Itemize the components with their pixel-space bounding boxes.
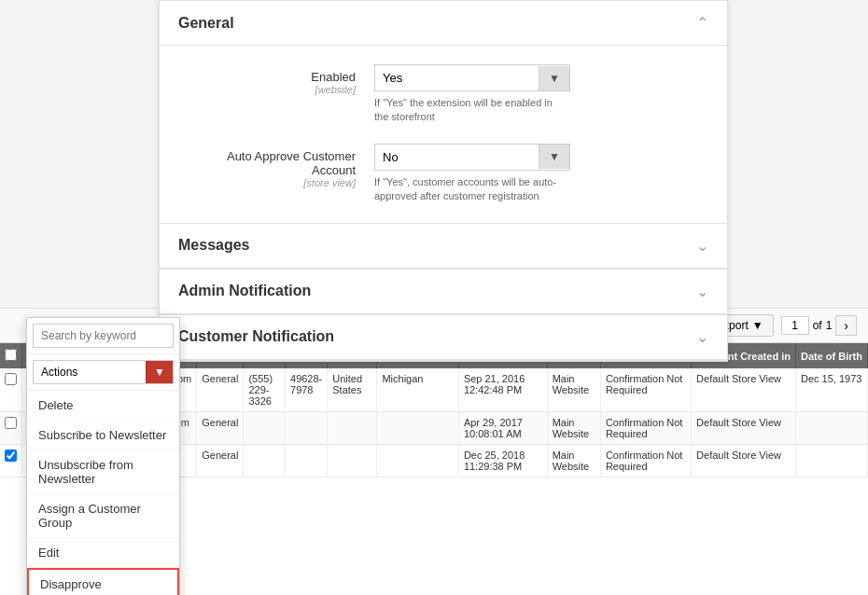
page-total: 1: [826, 319, 833, 332]
page-input[interactable]: 1: [781, 316, 809, 335]
cell-group: General: [197, 412, 244, 445]
page-of-label: of: [813, 319, 822, 332]
next-page-button[interactable]: ›: [835, 315, 857, 336]
cell-dob: Dec 15, 1973: [795, 368, 867, 412]
cell-state: Michigan: [377, 368, 458, 412]
cell-account-created: Default Store View: [692, 445, 796, 477]
menu-item[interactable]: Edit: [27, 538, 179, 568]
cell-website: Main Website: [547, 445, 600, 477]
enabled-hint: If "Yes" the extension will be enabled i…: [374, 96, 561, 125]
auto-approve-select[interactable]: No Yes: [375, 145, 539, 170]
cell-customer-since: Sep 21, 2016 12:42:48 PM: [458, 368, 547, 412]
enabled-label: Enabled [website]: [188, 64, 374, 95]
search-input[interactable]: [33, 324, 174, 348]
auto-approve-field-row: Auto Approve Customer Account [store vie…: [188, 144, 699, 204]
row-checkbox[interactable]: [5, 450, 17, 462]
cell-phone: [244, 445, 286, 477]
cell-zip: [286, 412, 328, 445]
enabled-select-arrow-icon[interactable]: ▼: [539, 66, 569, 90]
customer-notification-title: Customer Notification: [178, 328, 334, 345]
cell-website: Main Website: [547, 368, 600, 412]
cell-confirmed-email: Confirmation Not Required: [600, 445, 691, 477]
cell-checkbox[interactable]: [0, 368, 22, 412]
cell-account-created: Default Store View: [692, 368, 796, 412]
row-checkbox[interactable]: [5, 373, 17, 385]
customer-notification-section: Customer Notification ⌄: [160, 315, 727, 361]
admin-notification-title: Admin Notification: [178, 283, 311, 299]
actions-select[interactable]: Actions: [34, 361, 146, 383]
menu-item[interactable]: Assign a Customer Group: [27, 494, 179, 538]
cell-checkbox[interactable]: [0, 412, 22, 445]
cell-country: [328, 412, 377, 445]
menu-item[interactable]: Unsubscribe from Newsletter: [27, 450, 179, 494]
cell-country: [328, 445, 377, 477]
enabled-control: Yes No ▼ If "Yes" the extension will be …: [374, 64, 699, 125]
cell-country: United States: [328, 368, 377, 412]
cell-phone: [244, 412, 286, 445]
admin-notification-header[interactable]: Admin Notification ⌄: [160, 270, 727, 314]
enabled-select-wrap[interactable]: Yes No ▼: [374, 64, 570, 91]
cell-zip: [286, 445, 328, 477]
admin-notification-section: Admin Notification ⌄: [160, 270, 727, 315]
cell-zip: 49628-7978: [286, 368, 328, 412]
actions-arrow-icon[interactable]: ▼: [146, 361, 173, 383]
cell-customer-since: Dec 25, 2018 11:29:38 PM: [458, 445, 547, 477]
customer-notification-header[interactable]: Customer Notification ⌄: [160, 315, 727, 360]
cell-confirmed-email: Confirmation Not Required: [600, 412, 691, 445]
menu-item[interactable]: Disapprove: [27, 568, 179, 595]
cell-dob: [795, 412, 867, 445]
enabled-select[interactable]: Yes No: [375, 65, 539, 90]
auto-approve-select-arrow-icon[interactable]: ▼: [539, 145, 569, 169]
general-section-header[interactable]: General ⌃: [160, 1, 727, 46]
messages-section-header[interactable]: Messages ⌄: [160, 224, 727, 269]
actions-select-wrap[interactable]: Actions ▼: [33, 360, 174, 384]
general-title: General: [178, 15, 234, 32]
cell-phone: (555) 229-3326: [244, 368, 286, 412]
messages-chevron-icon: ⌄: [696, 237, 708, 255]
menu-item[interactable]: Subscribe to Newsletter: [27, 421, 179, 450]
cell-confirmed-email: Confirmation Not Required: [600, 368, 691, 412]
menu-item[interactable]: Delete: [27, 391, 179, 421]
auto-approve-label: Auto Approve Customer Account [store vie…: [188, 144, 374, 188]
select-all-checkbox[interactable]: [5, 349, 17, 361]
auto-approve-hint: If "Yes", customer accounts will be auto…: [374, 175, 561, 204]
cell-website: Main Website: [547, 412, 600, 445]
cell-checkbox[interactable]: [0, 445, 22, 477]
enabled-field-row: Enabled [website] Yes No ▼ If "Yes" the …: [188, 64, 699, 125]
cell-group: General: [197, 445, 244, 477]
admin-notification-chevron-icon: ⌄: [696, 283, 708, 300]
cell-state: [377, 445, 458, 477]
cell-group: General: [197, 368, 244, 412]
actions-dropdown: Actions ▼ DeleteSubscribe to NewsletterU…: [26, 317, 180, 595]
col-dob: Date of Birth: [795, 343, 867, 368]
messages-section: Messages ⌄: [160, 224, 727, 270]
pagination: 1 of 1 ›: [781, 315, 857, 336]
general-section-body: Enabled [website] Yes No ▼ If "Yes" the …: [160, 46, 727, 224]
cell-state: [377, 412, 458, 445]
auto-approve-control: No Yes ▼ If "Yes", customer accounts wil…: [374, 144, 699, 204]
cell-dob: [795, 445, 867, 477]
cell-account-created: Default Store View: [692, 412, 796, 445]
cell-customer-since: Apr 29, 2017 10:08:01 AM: [458, 412, 547, 445]
keyword-search-box: [27, 318, 179, 354]
export-arrow-icon: ▼: [752, 319, 763, 332]
auto-approve-select-wrap[interactable]: No Yes ▼: [374, 144, 570, 171]
actions-menu: DeleteSubscribe to NewsletterUnsubscribe…: [27, 390, 179, 595]
messages-title: Messages: [178, 237, 250, 254]
settings-panel: General ⌃ Enabled [website] Yes No ▼ If …: [159, 0, 728, 362]
general-chevron-icon: ⌃: [696, 14, 708, 32]
row-checkbox[interactable]: [5, 417, 17, 429]
customer-notification-chevron-icon: ⌄: [696, 328, 708, 346]
col-checkbox: [0, 343, 22, 368]
